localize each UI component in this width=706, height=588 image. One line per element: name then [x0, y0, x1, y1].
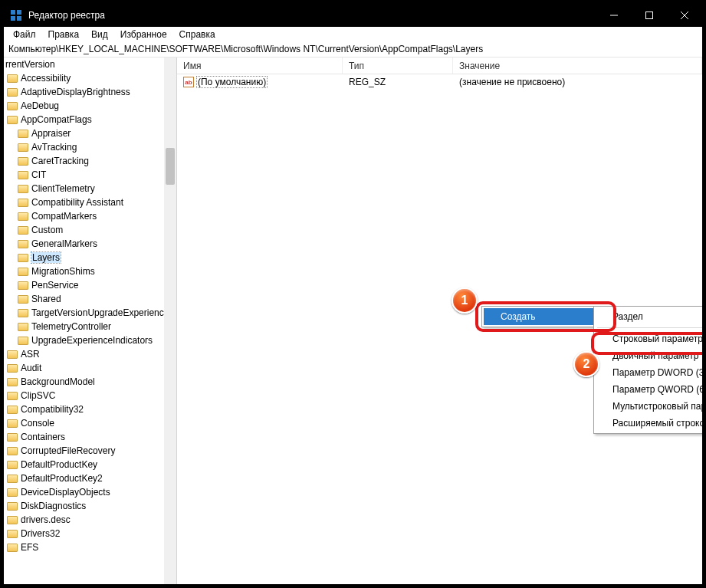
value-type: REG_SZ [343, 77, 453, 87]
tree-item[interactable]: AppCompatFlags [4, 113, 176, 126]
folder-icon [7, 378, 18, 386]
tree-panel[interactable]: rrentVersionAccessibilityAdaptiveDisplay… [4, 57, 177, 584]
tree-item[interactable]: Drivers32 [4, 527, 176, 540]
menu-view[interactable]: Вид [87, 28, 113, 41]
tree-item-label: CorruptedFileRecovery [21, 445, 115, 456]
tree-item[interactable]: PenService [4, 278, 176, 292]
folder-icon [7, 88, 18, 97]
tree-item[interactable]: ClipSVC [4, 389, 176, 402]
tree-item-label: PenService [31, 280, 78, 291]
tree-item[interactable]: Compatibility32 [4, 402, 176, 416]
tree-item[interactable]: ASR [4, 347, 176, 361]
tree-item[interactable]: AeDebug [4, 99, 176, 113]
tree-item[interactable]: TargetVersionUpgradeExperienceIndicators [4, 306, 176, 320]
ctx-item[interactable]: Параметр DWORD (32 бита) [596, 364, 702, 381]
ctx-item[interactable]: Параметр QWORD (64 бита) [596, 381, 702, 398]
tree-item-label: AppCompatFlags [21, 114, 92, 125]
tree-item[interactable]: Layers [4, 251, 176, 264]
tree-item[interactable]: CaretTracking [4, 154, 176, 168]
menubar: Файл Правка Вид Избранное Справка [4, 27, 702, 42]
tree-item-label: ClientTelemetry [31, 183, 95, 194]
folder-icon [18, 323, 28, 331]
value-row[interactable]: ab (По умолчанию) REG_SZ (значение не пр… [177, 74, 702, 90]
tree-item[interactable]: rrentVersion [4, 57, 176, 71]
context-menu-primary[interactable]: Создать [481, 306, 610, 327]
tree-item[interactable]: Appraiser [4, 126, 176, 140]
tree-item-label: CaretTracking [31, 156, 89, 166]
col-name[interactable]: Имя [177, 57, 343, 74]
tree-item[interactable]: Custom [4, 223, 176, 237]
string-value-icon: ab [183, 77, 194, 87]
ctx-item[interactable]: Двоичный параметр [596, 347, 702, 364]
tree-item[interactable]: MigrationShims [4, 264, 176, 278]
folder-icon [7, 447, 18, 455]
tree-item[interactable]: Compatibility Assistant [4, 195, 176, 209]
close-button[interactable] [667, 4, 702, 27]
col-value[interactable]: Значение [453, 57, 702, 74]
tree-item[interactable]: BackgroundModel [4, 375, 176, 389]
scrollbar-thumb[interactable] [166, 148, 175, 185]
tree-item-label: CompatMarkers [31, 211, 97, 222]
tree-item[interactable]: UpgradeExperienceIndicators [4, 333, 176, 347]
folder-icon [7, 433, 18, 442]
folder-icon [7, 475, 18, 483]
minimize-button[interactable] [596, 4, 632, 27]
folder-icon [18, 226, 28, 235]
tree-item[interactable]: CIT [4, 168, 176, 182]
col-type[interactable]: Тип [343, 57, 453, 74]
ctx-item[interactable]: Расширяемый строковый параметр [596, 415, 702, 432]
annotation-badge-2: 2 [573, 351, 599, 377]
tree-item[interactable]: DiskDiagnostics [4, 499, 176, 513]
address-bar[interactable]: Компьютер\HKEY_LOCAL_MACHINE\SOFTWARE\Mi… [4, 42, 702, 57]
folder-icon [18, 199, 28, 207]
context-menu-secondary[interactable]: РазделСтроковый параметрДвоичный парамет… [593, 306, 702, 434]
tree-item[interactable]: ClientTelemetry [4, 182, 176, 195]
tree-item[interactable]: AdaptiveDisplayBrightness [4, 85, 176, 99]
tree-item[interactable]: CompatMarkers [4, 209, 176, 223]
tree-item[interactable]: DefaultProductKey [4, 458, 176, 471]
folder-icon [7, 461, 18, 469]
tree-item[interactable]: AvTracking [4, 140, 176, 154]
menu-favorites[interactable]: Избранное [116, 28, 172, 41]
menu-file[interactable]: Файл [8, 28, 41, 41]
app-icon [10, 9, 22, 21]
tree-item-label: ASR [21, 349, 40, 360]
tree-item[interactable]: Console [4, 416, 176, 430]
ctx-create[interactable]: Создать [484, 308, 608, 325]
tree-item[interactable]: TelemetryController [4, 320, 176, 333]
tree-item[interactable]: Containers [4, 430, 176, 444]
tree-item[interactable]: DeviceDisplayObjects [4, 485, 176, 499]
folder-icon [7, 419, 18, 428]
tree-item[interactable]: Audit [4, 361, 176, 375]
tree-item[interactable]: Shared [4, 292, 176, 306]
ctx-item[interactable]: Строковый параметр [596, 330, 702, 347]
tree-item[interactable]: GeneralMarkers [4, 237, 176, 251]
folder-icon [18, 212, 28, 221]
menu-edit[interactable]: Правка [44, 28, 84, 41]
titlebar[interactable]: Редактор реестра [4, 4, 702, 27]
tree-item-label: Custom [31, 225, 63, 235]
folder-icon [18, 240, 28, 248]
folder-icon [7, 102, 18, 110]
tree-item[interactable]: Accessibility [4, 71, 176, 85]
value-list-panel[interactable]: Имя Тип Значение ab (По умолчанию) REG_S… [177, 57, 702, 584]
tree-item-label: Console [21, 418, 54, 429]
tree-item-label: BackgroundModel [21, 376, 95, 387]
tree-item-label: Compatibility Assistant [31, 197, 123, 208]
folder-icon [18, 309, 28, 317]
ctx-item[interactable]: Раздел [596, 308, 702, 325]
maximize-button[interactable] [632, 4, 667, 27]
tree-scrollbar[interactable] [164, 57, 176, 584]
menu-help[interactable]: Справка [175, 28, 220, 41]
tree-item-label: AvTracking [31, 142, 77, 153]
tree-item[interactable]: drivers.desc [4, 513, 176, 527]
ctx-item[interactable]: Мультистроковый параметр [596, 398, 702, 415]
folder-icon [7, 406, 18, 414]
tree-item[interactable]: CorruptedFileRecovery [4, 444, 176, 458]
list-header[interactable]: Имя Тип Значение [177, 57, 702, 74]
window-title: Редактор реестра [28, 10, 596, 21]
tree-item-label: Layers [31, 252, 61, 263]
tree-item[interactable]: EFS [4, 540, 176, 554]
folder-icon [7, 350, 18, 359]
tree-item[interactable]: DefaultProductKey2 [4, 471, 176, 485]
